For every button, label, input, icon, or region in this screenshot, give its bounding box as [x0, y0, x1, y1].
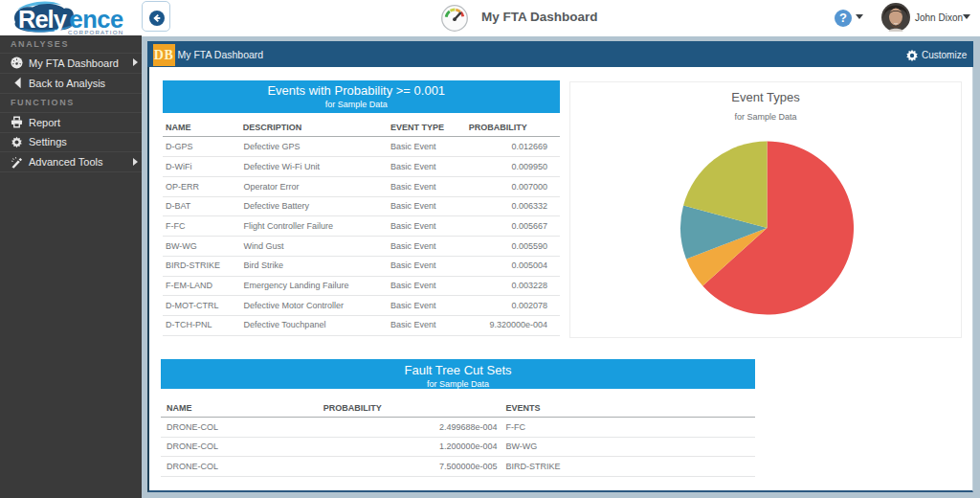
svg-text:CORPORATION: CORPORATION	[68, 29, 123, 35]
svg-text:Rely: Rely	[18, 6, 68, 33]
